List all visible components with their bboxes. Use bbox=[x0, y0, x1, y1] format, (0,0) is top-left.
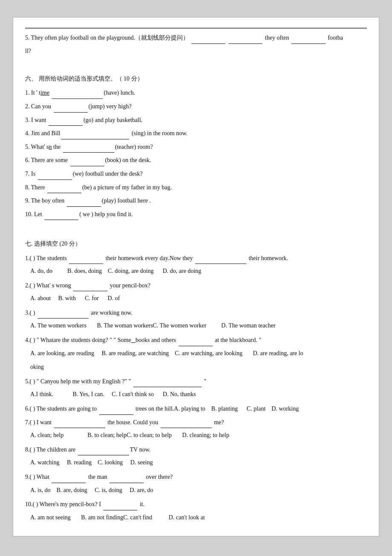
section5-football: footba bbox=[328, 35, 343, 41]
s6-q4: 4. Jim and Bill (sing) in the room now. bbox=[25, 127, 367, 139]
s6-q3: 3. I want (go) and play basketball. bbox=[25, 114, 367, 126]
s7-q3-text: 3.( ) are working now. bbox=[25, 307, 367, 319]
blank-s6-9 bbox=[67, 195, 101, 207]
blank-s6-2 bbox=[54, 101, 88, 113]
s7-q2-options: A. about B. with C. for D. of bbox=[30, 293, 367, 304]
blank-s6-1 bbox=[52, 87, 103, 99]
s6-q2: 2. Can you (jump) very high? bbox=[25, 101, 367, 113]
blank-s5-1 bbox=[191, 32, 225, 44]
blank-s6-10 bbox=[44, 208, 78, 220]
blank-s7-5 bbox=[133, 376, 202, 388]
blank-s6-6 bbox=[70, 154, 104, 166]
blank-s7-7a bbox=[54, 417, 105, 429]
s7-q9-options: A. is, do B. are, doing C. is, doing D. … bbox=[30, 485, 367, 496]
section5-text: 5. They often play football on the playg… bbox=[25, 35, 189, 41]
s7-q10-options: A. am not seeing B. am not findingC. can… bbox=[30, 512, 367, 524]
blank-s7-6 bbox=[99, 403, 133, 415]
blank-s6-5 bbox=[63, 141, 114, 153]
section5-question: 5. They often play football on the playg… bbox=[25, 32, 367, 44]
blank-s7-7b bbox=[161, 417, 212, 429]
blank-s7-8 bbox=[78, 444, 129, 456]
s7-q1-options: A. do, do B. does, doing C. doing, are d… bbox=[30, 266, 367, 277]
top-divider bbox=[25, 28, 367, 29]
blank-s7-1b bbox=[195, 252, 246, 264]
s7-q4-options-cont: oking bbox=[30, 362, 367, 373]
s7-q10-text: 10.( ) Where's my pencil-box? I it. bbox=[25, 498, 367, 510]
s6-q6: 6. There are some (book) on the desk. bbox=[25, 154, 367, 166]
section5-continuation: they often bbox=[265, 35, 291, 41]
s7-q2-text: 2.( ) What' s wrong your pencil-box? bbox=[25, 280, 367, 292]
s6-q1: 1. It ' time (have) lunch. bbox=[25, 87, 367, 99]
blank-s6-7 bbox=[38, 168, 72, 180]
blank-s7-4 bbox=[179, 334, 213, 346]
s6-q7: 7. Is (we) football under the desk? bbox=[25, 168, 367, 180]
s7-q5-options: A.I think. B. Yes, I can. C. I can't thi… bbox=[30, 389, 367, 400]
section7-title: 七. 选择填空 (20 分） bbox=[25, 238, 367, 250]
blank-s7-10 bbox=[103, 498, 137, 510]
s6-q5: 5. What' sn the (teacher) room? bbox=[25, 141, 367, 153]
s7-q4-options: A. are looking, are reading B. are readi… bbox=[30, 348, 367, 359]
blank-s6-8 bbox=[47, 182, 81, 194]
blank-s7-3 bbox=[37, 307, 89, 319]
blank-s6-4 bbox=[61, 127, 129, 139]
blank-s5-2 bbox=[228, 32, 262, 44]
s7-q4-text: 4.( ) " Whatare the students doing? " " … bbox=[25, 334, 367, 346]
blank-s7-9a bbox=[52, 471, 86, 483]
section6-title: 六、 用所给动词的适当形式填空。（ 10 分） bbox=[25, 73, 367, 85]
s7-q3-options: A. The women workers B. The woman worker… bbox=[30, 320, 367, 332]
s7-q6-text: 6.( ) The students are going to trees on… bbox=[25, 403, 367, 415]
exam-page: 5. They often play football on the playg… bbox=[13, 17, 379, 536]
blank-s5-3 bbox=[291, 32, 326, 44]
s6-q9: 9. The boy often (play) football here . bbox=[25, 195, 367, 207]
blank-s7-9b bbox=[110, 471, 144, 483]
s7-q8-text: 8.( ) The children are TV now. bbox=[25, 444, 367, 456]
blank-s7-2 bbox=[73, 280, 107, 292]
s7-q7-options: A. clean; help B. to clean; helpC. to cl… bbox=[30, 430, 367, 441]
s7-q7-text: 7.( ) I want the house. Could you me? bbox=[25, 417, 367, 429]
s7-q5-text: 5.( ) " Canyou help me with my English ?… bbox=[25, 376, 367, 388]
blank-s7-1a bbox=[69, 252, 103, 264]
blank-s6-3 bbox=[49, 114, 83, 126]
section5-ll: ll? bbox=[25, 46, 367, 57]
s6-q8: 8. There (be) a picture of my father in … bbox=[25, 182, 367, 194]
s7-q8-options: A. watching B. reading C. looking D. see… bbox=[30, 457, 367, 469]
s7-q9-text: 9.( ) What the man over there? bbox=[25, 471, 367, 483]
s7-q1-text: 1.( ) The students their homework every … bbox=[25, 252, 367, 264]
s6-q10: 10. Let ( we ) help you find it. bbox=[25, 208, 367, 220]
